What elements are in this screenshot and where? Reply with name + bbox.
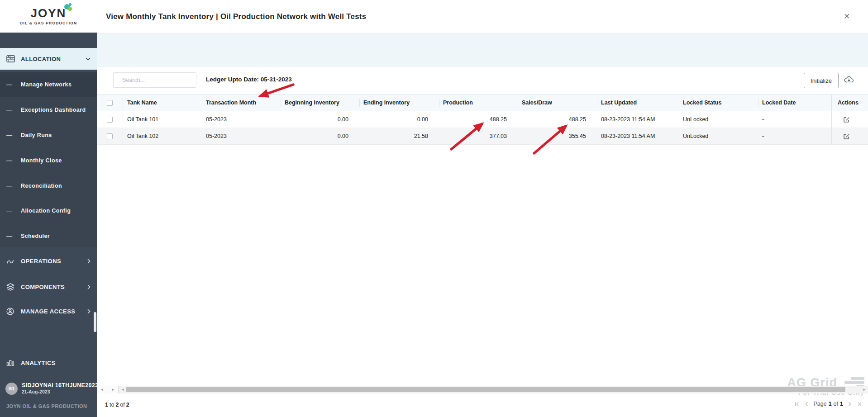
table-row[interactable]: Oil Tank 102 05-2023 0.00 21.58 377.03 3… [97,128,868,145]
sidebar-item-operations[interactable]: OPERATIONS [0,253,97,269]
toolbar: Ledger Upto Date: 05-31-2023 Initialize [97,67,868,94]
select-all-checkbox[interactable] [107,100,113,106]
total-pages: 1 [840,401,843,407]
sidebar-item-monthly-close[interactable]: — Monthly Close [0,153,97,168]
sidebar-item-label: Manage Networks [21,81,97,88]
sidebar-item-label: OPERATIONS [21,258,87,265]
sidebar-item-analytics[interactable]: ANALYTICS [0,355,97,370]
user-profile[interactable]: S1 SIDJOYNAI 16THJUNE2023 21-Aug-2023 [0,378,97,399]
cell-locked-date: - [758,128,831,144]
chevron-down-icon [86,57,91,61]
sidebar-item-components[interactable]: COMPONENTS [0,279,97,294]
cell-beginning-inventory: 0.00 [281,111,359,128]
dash-icon: — [6,133,16,137]
column-header-locked-status[interactable]: Locked Status [679,95,758,111]
sidebar-item-label: ALLOCATION [21,56,86,62]
cell-transaction-month: 05-2023 [202,111,281,128]
edit-icon[interactable] [843,116,850,123]
edit-icon[interactable] [843,133,850,140]
filter-bar: Product Oil Tanks 2 selected ✕ Month Ran… [97,33,868,67]
logo-dots-icon [64,3,73,12]
dash-icon: — [6,208,16,213]
sidebar-item-manage-networks[interactable]: — Manage Networks [0,72,97,97]
components-icon [6,283,16,291]
page-word: Page [813,401,826,407]
cell-ending-inventory: 0.00 [359,111,439,128]
scroll-right-icon[interactable]: ► [111,386,115,393]
row-checkbox[interactable] [107,133,113,139]
cell-transaction-month: 05-2023 [202,128,281,144]
table-row[interactable]: Oil Tank 101 05-2023 0.00 0.00 488.25 48… [97,111,868,128]
next-page-icon[interactable] [848,402,852,407]
search-box [113,72,196,88]
prev-page-icon[interactable] [805,402,808,407]
column-header-last-updated[interactable]: Last Updated [597,95,679,111]
row-checkbox[interactable] [107,117,113,123]
column-header-tank-name[interactable]: Tank Name [123,95,202,111]
scrollbar-track[interactable]: ◄ ► [119,386,868,393]
sidebar-item-daily-runs[interactable]: — Daily Runs [0,128,97,143]
main-panel: View Monthly Tank Inventory | Oil Produc… [97,0,868,417]
row-range-summary: 1to2of2 [105,402,129,408]
cell-locked-status: UnLocked [679,111,758,128]
column-header-locked-date[interactable]: Locked Date [758,95,831,111]
sidebar-item-reconciliation[interactable]: — Reconciliation [0,178,97,194]
table-footer: 1to2of2 Page 1 of 1 [97,397,868,417]
sidebar: JOYN OIL & GAS PRODUCTION ALLOCATION [0,0,97,417]
cloud-download-icon[interactable] [844,75,854,85]
summary-start: 1 [105,402,108,408]
first-page-icon[interactable] [795,402,800,407]
sidebar-item-label: Exceptions Dashboard [21,107,97,113]
search-input[interactable] [122,77,195,83]
logo-brand: JOYN [31,6,67,20]
sidebar-item-scheduler[interactable]: — Scheduler [0,228,97,244]
cell-locked-status: UnLocked [679,128,758,144]
scroll-right-icon[interactable]: ► [863,386,866,393]
page-indicator: Page 1 of 1 [813,401,843,407]
tank-inventory-table: Tank Name Transaction Month Beginning In… [97,94,868,145]
cell-sales-draw: 488.25 [518,111,597,128]
column-header-beginning-inventory[interactable]: Beginning Inventory [281,95,359,111]
initialize-button[interactable]: Initialize [804,73,839,88]
dash-icon: — [6,82,16,87]
cell-ending-inventory: 21.58 [359,128,439,144]
sidebar-item-manage-access[interactable]: MANAGE ACCESS [0,303,97,319]
scroll-left-icon[interactable]: ◄ [121,386,124,393]
sidebar-item-exceptions-dashboard[interactable]: — Exceptions Dashboard [0,102,97,118]
sidebar-item-allocation-config[interactable]: — Allocation Config [0,203,97,218]
app-root: JOYN OIL & GAS PRODUCTION ALLOCATION [0,0,868,417]
horizontal-scrollbar: ◄ ► ◄ ► [97,386,868,393]
sidebar-item-label: COMPONENTS [21,284,87,290]
column-header-production[interactable]: Production [439,95,518,111]
cell-beginning-inventory: 0.00 [281,128,359,144]
page-of-word: of [834,401,838,407]
cell-production: 377.03 [439,128,518,144]
page-title: View Monthly Tank Inventory | Oil Produc… [106,12,366,21]
scrollbar-thumb[interactable] [126,387,845,392]
dash-icon: — [6,184,16,188]
column-header-transaction-month[interactable]: Transaction Month [202,95,281,111]
close-icon[interactable]: ✕ [844,12,850,21]
column-header-sales-draw[interactable]: Sales/Draw [518,95,597,111]
allocation-icon [6,55,16,62]
cell-tank-name: Oil Tank 102 [123,128,202,144]
tenant-label: JOYN OIL & GAS PRODUCTION [6,403,87,409]
title-bar: View Monthly Tank Inventory | Oil Produc… [97,0,868,33]
logo[interactable]: JOYN OIL & GAS PRODUCTION [0,0,97,33]
pagination: Page 1 of 1 [795,401,862,407]
cell-production: 488.25 [439,111,518,128]
chevron-right-icon [87,309,91,314]
last-page-icon[interactable] [857,402,862,407]
ledger-upto-date: Ledger Upto Date: 05-31-2023 [206,76,292,83]
sidebar-item-allocation[interactable]: ALLOCATION [0,48,97,70]
analytics-icon [6,359,16,366]
manage-access-icon [6,308,16,315]
sidebar-item-label: ANALYTICS [21,360,97,366]
sidebar-scrollbar[interactable] [94,312,96,332]
column-header-ending-inventory[interactable]: Ending Inventory [359,95,439,111]
table-header-row: Tank Name Transaction Month Beginning In… [97,94,868,111]
summary-of-word: of [120,402,124,408]
column-header-actions: Actions [831,95,868,111]
dash-icon: — [6,234,16,238]
scroll-left-icon[interactable]: ◄ [100,386,104,393]
